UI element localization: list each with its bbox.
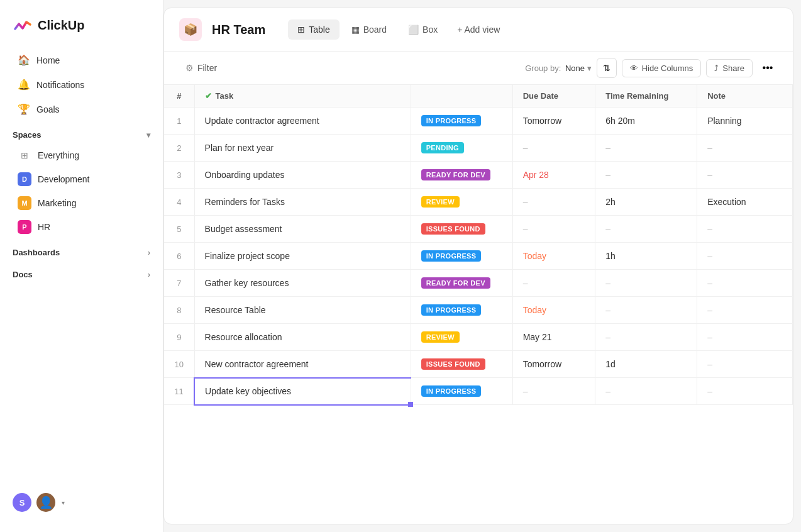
everything-icon: ⊞ [18, 148, 31, 162]
row-time-remaining: – [595, 297, 697, 324]
row-note: Execution [697, 189, 793, 216]
row-number: 5 [164, 216, 194, 243]
row-time-remaining: 2h [595, 189, 697, 216]
dashboards-section-header[interactable]: Dashboards › [0, 239, 163, 261]
sidebar-item-hr[interactable]: P HR [5, 215, 158, 239]
row-number: 3 [164, 162, 194, 189]
tab-box[interactable]: ⬜ Box [399, 19, 447, 40]
status-badge: PENDING [421, 142, 464, 153]
row-status[interactable]: IN PROGRESS [411, 297, 512, 324]
status-badge: REVIEW [421, 331, 460, 343]
add-view-button[interactable]: + Add view [450, 20, 507, 39]
more-options-button[interactable]: ••• [758, 58, 778, 78]
row-status[interactable]: REVIEW [411, 324, 512, 351]
row-due-date: May 21 [512, 324, 595, 351]
page-title: HR Team [212, 23, 265, 37]
hide-columns-button[interactable]: 👁 Hide Columns [622, 59, 702, 77]
task-table-container: # ✔ Task Due Date Time Remaining Note 1 … [164, 85, 793, 524]
table-row[interactable]: 6 Finalize project scope IN PROGRESS Tod… [164, 243, 793, 270]
group-by-selector[interactable]: Group by: None ▾ [525, 64, 591, 73]
status-badge: ISSUES FOUND [421, 223, 485, 235]
group-by-chevron-icon: ▾ [587, 64, 592, 73]
sort-button[interactable]: ⇅ [597, 58, 617, 78]
row-due-date: Today [512, 243, 595, 270]
row-due-date: – [512, 378, 595, 405]
row-status[interactable]: READY FOR DEV [411, 270, 512, 297]
toolbar: ⚙ Filter Group by: None ▾ ⇅ 👁 Hide Colum… [164, 52, 793, 85]
table-row[interactable]: 11 Update key objectives IN PROGRESS – –… [164, 378, 793, 405]
row-status[interactable]: ISSUES FOUND [411, 351, 512, 378]
row-time-remaining: – [595, 378, 697, 405]
row-time-remaining: – [595, 216, 697, 243]
row-task-name[interactable]: Resource Table [194, 297, 411, 324]
row-task-name[interactable]: Update key objectives [194, 378, 411, 405]
table-row[interactable]: 3 Onboarding updates READY FOR DEV Apr 2… [164, 162, 793, 189]
table-row[interactable]: 8 Resource Table IN PROGRESS Today – – [164, 297, 793, 324]
row-note: – [697, 324, 793, 351]
table-row[interactable]: 9 Resource allocation REVIEW May 21 – – [164, 324, 793, 351]
table-row[interactable]: 10 New contractor agreement ISSUES FOUND… [164, 351, 793, 378]
share-button[interactable]: ⤴ Share [706, 59, 753, 77]
chevron-right-icon-docs: › [148, 270, 150, 279]
check-icon: ✔ [205, 91, 212, 101]
table-row[interactable]: 1 Update contractor agreement IN PROGRES… [164, 108, 793, 135]
spaces-label: Spaces [13, 130, 41, 140]
row-task-name[interactable]: Onboarding updates [194, 162, 411, 189]
sidebar-item-home[interactable]: 🏠 Home [5, 48, 158, 72]
table-row[interactable]: 7 Gather key resources READY FOR DEV – –… [164, 270, 793, 297]
row-note: – [697, 216, 793, 243]
row-status[interactable]: IN PROGRESS [411, 108, 512, 135]
row-number: 7 [164, 270, 194, 297]
sidebar-item-marketing-label: Marketing [38, 198, 76, 208]
tab-table[interactable]: ⊞ Table [288, 19, 339, 40]
row-note: – [697, 135, 793, 162]
sidebar-item-notifications[interactable]: 🔔 Notifications [5, 72, 158, 97]
row-task-name[interactable]: Resource allocation [194, 324, 411, 351]
row-number: 4 [164, 189, 194, 216]
row-status[interactable]: ISSUES FOUND [411, 216, 512, 243]
user-area[interactable]: S 👤 ▾ [0, 483, 163, 522]
sidebar-item-goals[interactable]: 🏆 Goals [5, 97, 158, 121]
row-task-name[interactable]: Budget assessment [194, 216, 411, 243]
row-task-name[interactable]: Finalize project scope [194, 243, 411, 270]
bell-icon: 🔔 [18, 79, 30, 91]
row-task-name[interactable]: Gather key resources [194, 270, 411, 297]
row-status[interactable]: PENDING [411, 135, 512, 162]
row-task-name[interactable]: New contractor agreement [194, 351, 411, 378]
row-status[interactable]: READY FOR DEV [411, 162, 512, 189]
table-icon: ⊞ [297, 25, 305, 35]
user-avatar-initial: S [13, 493, 31, 512]
row-task-name[interactable]: Plan for next year [194, 135, 411, 162]
docs-section-header[interactable]: Docs › [0, 261, 163, 283]
row-time-remaining: – [595, 324, 697, 351]
main-content: 📦 HR Team ⊞ Table ▦ Board ⬜ Box + Add vi… [163, 8, 793, 524]
clickup-logo-icon [13, 15, 33, 35]
tab-board[interactable]: ▦ Board [342, 19, 396, 40]
sidebar-item-development-label: Development [38, 174, 90, 184]
table-row[interactable]: 5 Budget assessment ISSUES FOUND – – – [164, 216, 793, 243]
table-row[interactable]: 2 Plan for next year PENDING – – – [164, 135, 793, 162]
filter-button[interactable]: ⚙ Filter [179, 59, 223, 77]
marketing-avatar: M [18, 196, 31, 210]
row-task-name[interactable]: Update contractor agreement [194, 108, 411, 135]
resize-handle[interactable] [408, 402, 413, 407]
table-row[interactable]: 4 Reminders for Tasks REVIEW – 2h Execut… [164, 189, 793, 216]
row-task-name[interactable]: Reminders for Tasks [194, 189, 411, 216]
row-status[interactable]: IN PROGRESS [411, 243, 512, 270]
row-note: – [697, 162, 793, 189]
row-due-date: – [512, 135, 595, 162]
logo-area: ClickUp [0, 10, 163, 48]
sidebar-item-everything-label: Everything [38, 150, 79, 160]
row-time-remaining: 1h [595, 243, 697, 270]
row-status[interactable]: IN PROGRESS [411, 378, 512, 405]
toolbar-right: Group by: None ▾ ⇅ 👁 Hide Columns ⤴ Shar… [525, 58, 778, 78]
row-status[interactable]: REVIEW [411, 189, 512, 216]
status-badge: IN PROGRESS [421, 385, 482, 397]
sidebar-item-marketing[interactable]: M Marketing [5, 191, 158, 215]
row-due-date: Today [512, 297, 595, 324]
user-avatar-photo: 👤 [36, 493, 55, 512]
row-time-remaining: 6h 20m [595, 108, 697, 135]
sidebar-item-development[interactable]: D Development [5, 167, 158, 191]
col-status [411, 85, 512, 108]
sidebar-item-everything[interactable]: ⊞ Everything [5, 143, 158, 167]
